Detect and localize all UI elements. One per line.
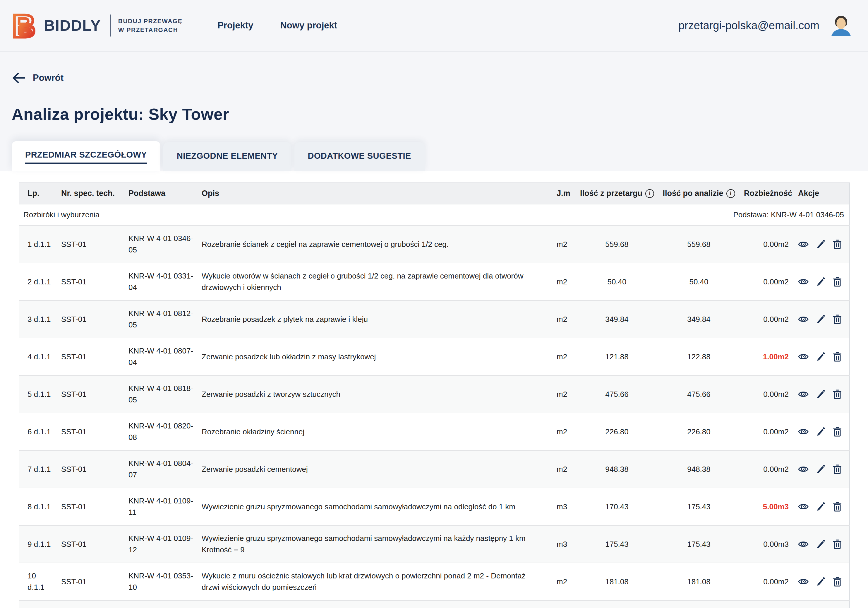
cell-qty-analysis: 948.38: [658, 451, 740, 488]
edit-button[interactable]: [815, 389, 826, 400]
row-actions: [798, 501, 845, 512]
cell-divergence: 0.00m2: [740, 413, 794, 451]
main-nav: Projekty Nowy projekt: [217, 20, 337, 31]
view-button[interactable]: [798, 426, 809, 437]
delete-button[interactable]: [832, 426, 843, 437]
info-icon[interactable]: i: [645, 189, 654, 198]
user-avatar[interactable]: [828, 12, 854, 38]
cell-spec: SST-01: [57, 225, 124, 263]
table-body: Rozbiróki i wyburzenia Podstawa: KNR-W 4…: [19, 204, 849, 608]
delete-button[interactable]: [832, 539, 843, 549]
table-row: 4 d.1.1 SST-01 KNR-W 4-01 0807-04 Zerwan…: [19, 338, 849, 375]
cell-lp: 6 d.1.1: [19, 413, 57, 451]
brand-divider: [110, 14, 111, 37]
edit-button[interactable]: [815, 539, 826, 549]
view-button[interactable]: [798, 464, 809, 474]
cell-jm: m2: [553, 375, 576, 413]
edit-button[interactable]: [815, 426, 826, 437]
col-header-actions: Akcje: [794, 183, 849, 204]
edit-button[interactable]: [815, 277, 826, 287]
cell-opis: Rozebranie ścianek z cegieł na zaprawie …: [198, 225, 553, 263]
cell-jm: m2: [553, 225, 576, 263]
cell-spec: SST-01: [57, 375, 124, 413]
cell-opis: Zerwanie posadzki z tworzyw sztucznych: [198, 375, 553, 413]
col-header-divergence: Rozbieżność: [740, 183, 794, 204]
brand-logo[interactable]: B B BIDDLY BUDUJ PRZEWAGĘ W PRZETARGACH: [12, 9, 182, 42]
view-button[interactable]: [798, 239, 809, 250]
edit-button[interactable]: [815, 464, 826, 474]
cell-opis: Rozebranie posadzek z płytek na zaprawie…: [198, 300, 553, 338]
cell-opis: Wykucie otworów w ścianach z cegieł o gr…: [198, 263, 553, 300]
top-bar: B B BIDDLY BUDUJ PRZEWAGĘ W PRZETARGACH …: [0, 0, 868, 51]
page-title: Analiza projektu: Sky Tower: [12, 105, 868, 124]
back-arrow-icon: [12, 73, 25, 83]
cell-podstawa: KNR-W 4-01 0818-05: [124, 375, 198, 413]
col-header-podstawa: Podstawa: [124, 183, 198, 204]
cell-qty-tender: 15.00: [576, 600, 658, 608]
cell-jm: m3: [553, 488, 576, 526]
section-name: Rozbiróki i wyburzenia: [19, 204, 576, 225]
col-header-lp: Lp.: [19, 183, 57, 204]
account-area: przetargi-polska@email.com: [678, 12, 854, 38]
cell-qty-analysis: 349.84: [658, 300, 740, 338]
cell-podstawa: KNR-W 4-01 0331-04: [124, 263, 198, 300]
cell-divergence: 5.00m3: [740, 488, 794, 526]
delete-button[interactable]: [832, 351, 843, 362]
edit-button[interactable]: [815, 239, 826, 250]
cell-jm: m2: [553, 300, 576, 338]
edit-button[interactable]: [815, 314, 826, 325]
cell-spec: SST-01: [57, 413, 124, 451]
col-header-jm: J.m: [553, 183, 576, 204]
view-button[interactable]: [798, 576, 809, 587]
view-button[interactable]: [798, 389, 809, 400]
view-button[interactable]: [798, 539, 809, 549]
delete-button[interactable]: [832, 464, 843, 474]
delete-button[interactable]: [832, 277, 843, 287]
edit-button[interactable]: [815, 576, 826, 587]
view-button[interactable]: [798, 314, 809, 325]
tab-dodatkowe-sugestie[interactable]: DODATKOWE SUGESTIE: [294, 142, 425, 171]
cell-jm: szt: [553, 600, 576, 608]
cell-lp: 7 d.1.1: [19, 451, 57, 488]
user-email[interactable]: przetargi-polska@email.com: [678, 19, 819, 32]
edit-button[interactable]: [815, 351, 826, 362]
row-actions: [798, 426, 845, 437]
section-podstawa: Podstawa: KNR-W 4-01 0346-05: [576, 204, 849, 225]
cell-spec: SST-01: [57, 600, 124, 608]
cell-lp: 4 d.1.1: [19, 338, 57, 375]
back-link[interactable]: Powrót: [12, 73, 64, 83]
delete-button[interactable]: [832, 314, 843, 325]
tab-niezgodne-elementy[interactable]: NIEZGODNE ELEMENTY: [163, 142, 291, 171]
tab-przedmiar-szczegolowy[interactable]: PRZEDMIAR SZCZEGÓŁOWY: [12, 141, 160, 171]
info-icon[interactable]: i: [726, 189, 735, 198]
delete-button[interactable]: [832, 239, 843, 250]
cell-qty-tender: 181.08: [576, 563, 658, 600]
section-row: Rozbiróki i wyburzenia Podstawa: KNR-W 4…: [19, 204, 849, 225]
cell-jm: m2: [553, 563, 576, 600]
cell-lp: 1 d.1.1: [19, 225, 57, 263]
table-row: 2 d.1.1 SST-01 KNR-W 4-01 0331-04 Wykuci…: [19, 263, 849, 300]
delete-button[interactable]: [832, 389, 843, 400]
view-button[interactable]: [798, 351, 809, 362]
cell-spec: SST-01: [57, 488, 124, 526]
cell-qty-analysis: 50.40: [658, 263, 740, 300]
view-button[interactable]: [798, 501, 809, 512]
cell-podstawa: KNR-W 4-01 0109-12: [124, 526, 198, 563]
view-button[interactable]: [798, 277, 809, 287]
cell-qty-tender: 170.43: [576, 488, 658, 526]
table-row: 6 d.1.1 SST-01 KNR-W 4-01 0820-08 Rozebr…: [19, 413, 849, 451]
cell-lp: 5 d.1.1: [19, 375, 57, 413]
delete-button[interactable]: [832, 576, 843, 587]
cell-opis: Zerwanie posadzki cementowej: [198, 451, 553, 488]
cell-divergence: 1.00m2: [740, 338, 794, 375]
tab-bar: PRZEDMIAR SZCZEGÓŁOWY NIEZGODNE ELEMENTY…: [12, 141, 868, 171]
table-row: 1 d.1.1 SST-01 KNR-W 4-01 0346-05 Rozebr…: [19, 225, 849, 263]
cell-qty-tender: 175.43: [576, 526, 658, 563]
nav-link-nowy-projekt[interactable]: Nowy projekt: [280, 20, 337, 31]
table-row: 10 d.1.1 SST-01 KNR-W 4-01 0353-10 Wykuc…: [19, 563, 849, 600]
delete-button[interactable]: [832, 501, 843, 512]
edit-button[interactable]: [815, 501, 826, 512]
row-actions: [798, 464, 845, 474]
cell-qty-tender: 121.88: [576, 338, 658, 375]
nav-link-projekty[interactable]: Projekty: [217, 20, 253, 31]
